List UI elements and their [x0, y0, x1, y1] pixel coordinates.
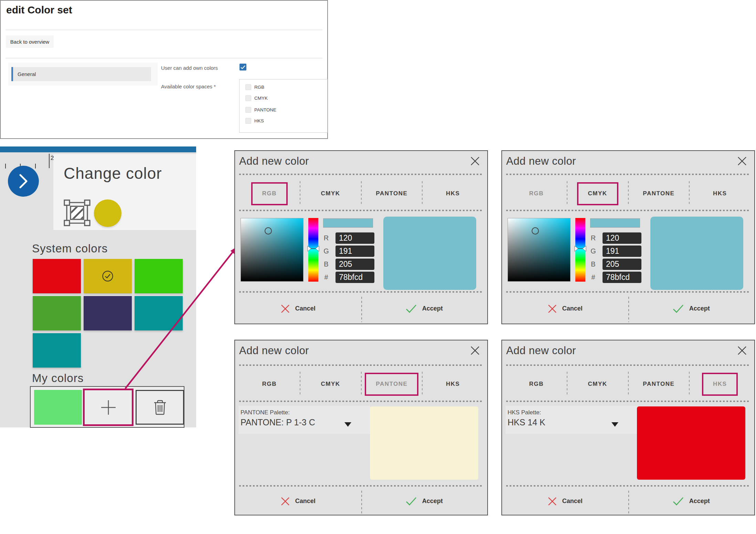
page-title: edit Color set — [6, 4, 72, 16]
dropdown-caret-icon[interactable] — [611, 422, 618, 427]
cancel-button[interactable]: Cancel — [502, 292, 628, 325]
field-row-r: R 120 — [587, 232, 641, 244]
chevron-right-icon — [16, 172, 31, 190]
close-icon[interactable] — [470, 346, 480, 355]
dialog-title: Add new color — [506, 345, 576, 357]
sv-selector-ring[interactable] — [532, 227, 539, 235]
dotted-divider — [239, 174, 483, 175]
hue-slider[interactable] — [575, 218, 585, 282]
ruler-tick — [35, 164, 36, 168]
dialog-title: Add new color — [239, 155, 309, 167]
cancel-button[interactable]: Cancel — [235, 292, 361, 325]
tab-pantone[interactable]: PANTONE — [629, 180, 689, 207]
tab-rgb[interactable]: RGB — [239, 370, 300, 398]
dialog-add-color-cmyk: Add new color RGB CMYK PANTONE HKS — [501, 150, 755, 324]
saturation-value-picker[interactable] — [241, 218, 304, 282]
sv-selector-ring[interactable] — [265, 227, 272, 235]
divider — [6, 58, 322, 58]
tab-bar: RGB CMYK PANTONE HKS — [239, 180, 483, 207]
dotted-divider — [239, 401, 483, 402]
add-color-button[interactable] — [83, 389, 134, 426]
tab-hks[interactable]: HKS — [690, 180, 750, 207]
close-icon[interactable] — [737, 346, 747, 355]
hue-slider-handle[interactable] — [574, 246, 586, 252]
option-rgb[interactable]: RGB — [245, 84, 264, 90]
cancel-button[interactable]: Cancel — [502, 486, 628, 516]
field-row-hex: # 78bfcd — [587, 272, 641, 283]
sidebar-item-general[interactable]: General — [11, 67, 151, 81]
color-preview-large — [383, 217, 476, 290]
hue-slider-handle[interactable] — [307, 246, 319, 252]
r-input[interactable]: 120 — [603, 232, 641, 244]
my-color-swatch[interactable] — [34, 390, 82, 425]
option-cmyk[interactable]: CMYK — [245, 95, 268, 101]
hex-input[interactable]: 78bfcd — [603, 272, 641, 283]
back-to-overview-button[interactable]: Back to overview — [6, 35, 54, 48]
system-swatch-darkgreen[interactable] — [33, 296, 81, 330]
tab-pantone[interactable]: PANTONE — [362, 180, 422, 207]
ruler-tick — [5, 164, 6, 168]
palette-color-preview — [637, 406, 745, 480]
accept-button[interactable]: Accept — [361, 292, 488, 325]
tab-hks[interactable]: HKS — [690, 370, 750, 398]
tab-pantone[interactable]: PANTONE — [629, 370, 689, 398]
user-can-add-checkbox[interactable] — [239, 64, 246, 70]
g-input[interactable]: 191 — [336, 246, 374, 257]
pantone-checkbox[interactable] — [245, 107, 251, 113]
tab-rgb[interactable]: RGB — [506, 370, 567, 398]
option-pantone[interactable]: PANTONE — [245, 107, 276, 113]
palette-dropdown[interactable]: HKS 14 K — [508, 417, 545, 427]
hks-checkbox[interactable] — [245, 118, 251, 124]
system-swatch-teal2[interactable] — [33, 333, 81, 368]
r-input[interactable]: 120 — [336, 232, 374, 244]
tab-cmyk[interactable]: CMYK — [300, 180, 361, 207]
accept-button[interactable]: Accept — [361, 486, 488, 516]
tab-cmyk[interactable]: CMYK — [567, 370, 628, 398]
my-colors-heading: My colors — [32, 372, 84, 385]
trash-icon — [154, 400, 166, 415]
system-swatch-teal[interactable] — [135, 296, 183, 330]
dialog-add-color-pantone: Add new color RGB CMYK PANTONE HKS PANTO… — [234, 340, 488, 515]
palette-color-preview — [370, 406, 478, 480]
ruler-mark — [49, 154, 50, 168]
cancel-button[interactable]: Cancel — [235, 486, 361, 516]
cmyk-checkbox[interactable] — [245, 95, 251, 101]
tab-hks[interactable]: HKS — [423, 180, 483, 207]
hex-input[interactable]: 78bfcd — [336, 272, 374, 283]
tab-cmyk[interactable]: CMYK — [567, 180, 628, 207]
color-preview-bar — [323, 218, 373, 228]
field-row-g: G 191 — [320, 246, 374, 257]
tab-bar: RGB CMYK PANTONE HKS — [506, 180, 750, 207]
accept-button[interactable]: Accept — [628, 486, 755, 516]
dialog-title: Add new color — [506, 155, 576, 167]
app-header-bar — [0, 146, 196, 152]
system-swatch-red[interactable] — [33, 259, 81, 293]
field-row-b: B 205 — [587, 259, 641, 270]
accept-button[interactable]: Accept — [628, 292, 755, 325]
saturation-value-picker[interactable] — [508, 218, 571, 282]
g-input[interactable]: 191 — [603, 246, 641, 257]
palette-dropdown[interactable]: PANTONE: P 1-3 C — [241, 417, 315, 427]
system-swatch-navy[interactable] — [84, 296, 132, 330]
divider — [6, 30, 322, 30]
tab-pantone[interactable]: PANTONE — [362, 370, 422, 398]
system-swatch-green[interactable] — [135, 259, 183, 293]
dropdown-caret-icon[interactable] — [344, 422, 351, 427]
close-icon[interactable] — [737, 156, 747, 166]
delete-color-button[interactable] — [136, 390, 184, 425]
hue-slider[interactable] — [308, 218, 318, 282]
option-hks[interactable]: HKS — [245, 118, 264, 124]
change-color-panel: 2 Change color — [0, 146, 196, 427]
dotted-divider — [506, 364, 750, 366]
close-icon[interactable] — [470, 156, 480, 166]
cancel-x-icon — [281, 304, 290, 313]
tab-rgb[interactable]: RGB — [506, 180, 567, 207]
b-input[interactable]: 205 — [603, 259, 641, 270]
tab-rgb[interactable]: RGB — [239, 180, 300, 207]
tab-cmyk[interactable]: CMYK — [300, 370, 361, 398]
b-input[interactable]: 205 — [336, 259, 374, 270]
dotted-divider — [239, 210, 483, 211]
tab-hks[interactable]: HKS — [423, 370, 483, 398]
rgb-checkbox[interactable] — [245, 84, 251, 90]
collapse-panel-button[interactable] — [8, 166, 39, 197]
